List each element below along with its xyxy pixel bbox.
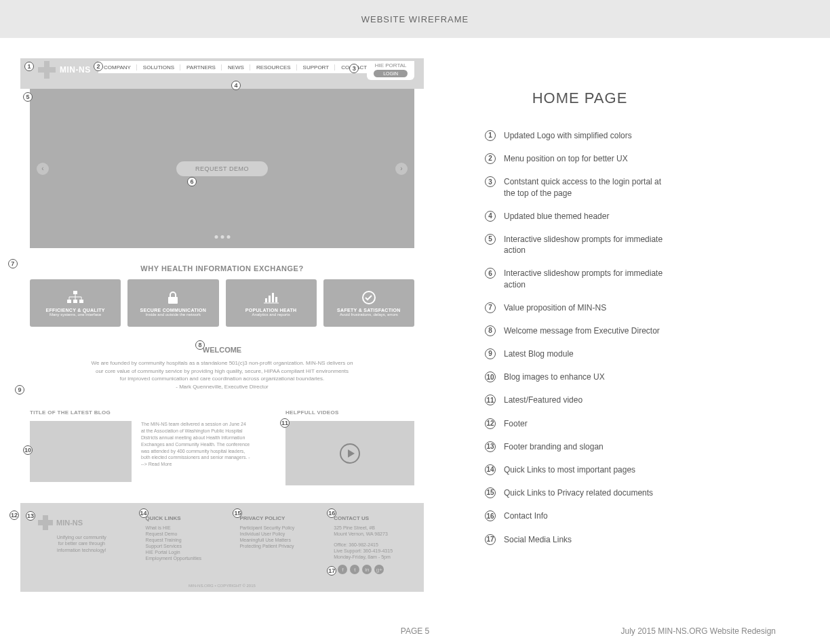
annotation-item: 16Contact Info (485, 510, 675, 521)
annotation-item: 13Footer branding and slogan (485, 441, 675, 452)
footer-link[interactable]: Individual User Policy (239, 531, 313, 536)
content-row: 1 MIN-NS 2 COMPANY SOLUTIONS PARTNERS NE… (0, 38, 830, 592)
annotation-item: 7Value proposition of MIN-NS (485, 302, 675, 313)
annotation-sidebar: HOME PAGE 1Updated Logo with simplified … (485, 58, 675, 592)
annotation-item: 2Menu position on top for better UX (485, 153, 675, 164)
callout-17: 17 (327, 566, 336, 576)
blog-image-placeholder (30, 421, 132, 482)
linkedin-icon[interactable]: in (362, 565, 372, 574)
footer-link[interactable]: Request Demo (146, 531, 220, 536)
value-cards-row: EFFICIENCY & QUALITY Many systems, one i… (20, 279, 424, 327)
value-card[interactable]: SAFETY & SATISFACTION Avoid frustrations… (323, 279, 414, 327)
portal-label: HIE PORTAL (374, 62, 408, 68)
document-footer: PAGE 5 July 2015 MIN-NS.ORG Website Rede… (0, 626, 830, 636)
footer-links-list: What is HIE Request Demo Request Trainin… (146, 525, 220, 561)
checkmark-circle-icon (360, 290, 378, 305)
annotation-item: 9Latest Blog module (485, 348, 675, 359)
footer-link[interactable]: What is HIE (146, 525, 220, 530)
annotation-item: 15Quick Links to Privacy related documen… (485, 487, 675, 498)
annotation-item: 17Social Media Links (485, 534, 675, 545)
annotation-item: 10Blog images to enhance UX (485, 371, 675, 382)
video-thumbnail[interactable]: 11 (285, 421, 414, 485)
welcome-body: We are founded by community hospitals as… (20, 359, 424, 390)
videos-title: HELPFULL VIDEOS (285, 409, 414, 416)
annotation-item: 14Quick Links to most important pages (485, 464, 675, 475)
footer-contact-text: 325 Pine Street, #B Mount Vernon, WA 982… (334, 525, 414, 559)
svg-rect-0 (73, 291, 77, 294)
carousel-prev[interactable]: ‹ (37, 163, 49, 175)
mockup-footer: 13 MIN-NS Unifying our community for bet… (20, 503, 424, 581)
footer-link[interactable]: HIE Portal Login (146, 550, 220, 555)
callout-9: 9 (15, 385, 24, 395)
value-card[interactable]: POPULATION HEATH Analytics and reports (226, 279, 317, 327)
nav-item[interactable]: COMPANY (98, 64, 137, 71)
annotation-item: 6Interactive slideshow prompts for immed… (485, 268, 675, 289)
hierarchy-icon (66, 290, 84, 305)
callout-4: 4 (231, 81, 241, 90)
footer-link[interactable]: Protecting Patient Privacy (239, 544, 313, 548)
callout-11: 11 (280, 418, 290, 428)
why-title: 7 WHY HEALTH INFORMATION EXCHANGE? (20, 264, 424, 273)
nav-item[interactable]: SUPPORT (298, 64, 336, 71)
welcome-title: 8 WELCOME (20, 346, 424, 354)
footer-link[interactable]: Employment Opportunities (146, 556, 220, 561)
login-button[interactable]: LOGIN (374, 70, 408, 77)
svg-rect-4 (168, 297, 178, 304)
footer-copyright: MIN-NS.ORG • COPYRIGHT © 2015 (20, 581, 424, 592)
footer-links-list: Participant Security Policy Individual U… (239, 525, 313, 548)
annotation-item: 3Contstant quick access to the login por… (485, 176, 675, 198)
lock-icon (164, 290, 182, 305)
callout-6: 6 (187, 177, 197, 186)
nav-item[interactable]: PARTNERS (181, 64, 222, 71)
svg-rect-8 (275, 297, 277, 302)
annotation-item: 1Updated Logo with simplified colors (485, 130, 675, 141)
footer-link[interactable]: Request Training (146, 538, 220, 542)
twitter-icon[interactable]: t (350, 565, 359, 574)
callout-2: 2 (94, 62, 103, 71)
value-card[interactable]: SECURE COMMUNICATION Inside and outside … (127, 279, 218, 327)
page-number: PAGE 5 (401, 626, 429, 636)
annotation-item: 5Interactive slideshow prompts for immed… (485, 234, 675, 256)
lower-content-row: 9 TITLE OF THE LATEST BLOG 10 The MIN-NS… (20, 390, 424, 485)
footer-privacy-col: 15 PRIVACY POLICY Participant Security P… (239, 515, 313, 574)
plus-logo-icon (38, 515, 53, 530)
nav-item[interactable]: NEWS (222, 64, 250, 71)
videos-module: HELPFULL VIDEOS 11 (285, 409, 414, 485)
document-title: WEBSITE WIREFRAME (361, 14, 469, 24)
logo-area: MIN-NS (31, 58, 91, 79)
footer-brand-text: MIN-NS (56, 519, 83, 527)
callout-16: 16 (327, 508, 336, 518)
footer-link[interactable]: Meaningfull Use Matters (239, 538, 313, 542)
play-icon (340, 443, 360, 464)
carousel-next[interactable]: › (395, 163, 408, 175)
svg-rect-1 (67, 300, 71, 303)
blog-row: 10 The MIN-NS team delivered a session o… (30, 421, 250, 482)
website-mockup: 1 MIN-NS 2 COMPANY SOLUTIONS PARTNERS NE… (20, 58, 424, 592)
callout-15: 15 (233, 508, 242, 518)
hero-cta-button[interactable]: REQUEST DEMO (176, 161, 268, 176)
latest-blog-module: TITLE OF THE LATEST BLOG 10 The MIN-NS t… (30, 409, 250, 485)
facebook-icon[interactable]: f (338, 565, 347, 574)
footer-link[interactable]: Participant Security Policy (239, 525, 313, 530)
annotation-item: 12Footer (485, 418, 675, 429)
googleplus-icon[interactable]: g+ (374, 565, 384, 574)
nav-item[interactable]: RESOURCES (251, 64, 297, 71)
svg-rect-2 (73, 300, 77, 303)
svg-rect-6 (269, 296, 271, 302)
value-card[interactable]: EFFICIENCY & QUALITY Many systems, one i… (30, 279, 121, 327)
footer-link[interactable]: Support Services (146, 544, 220, 548)
callout-5: 5 (23, 92, 33, 102)
wireframe-document-page: WEBSITE WIREFRAME 1 MIN-NS 2 COMPANY SOL… (0, 0, 830, 644)
carousel-dots[interactable] (214, 235, 230, 239)
main-nav: COMPANY SOLUTIONS PARTNERS NEWS RESOURCE… (98, 61, 372, 73)
callout-13: 13 (26, 511, 35, 521)
callout-12: 12 (9, 510, 19, 520)
callout-10: 10 (23, 445, 33, 455)
footer-brand-col: MIN-NS Unifying our community for better… (38, 515, 125, 574)
annotation-list: 1Updated Logo with simplified colors 2Me… (485, 130, 675, 545)
nav-item[interactable]: SOLUTIONS (138, 64, 180, 71)
callout-8: 8 (195, 340, 205, 350)
blog-excerpt: The MIN-NS team delivered a session on J… (141, 421, 250, 482)
plus-logo-icon (38, 61, 56, 79)
document-meta: July 2015 MIN-NS.ORG Website Redesign (620, 626, 776, 636)
